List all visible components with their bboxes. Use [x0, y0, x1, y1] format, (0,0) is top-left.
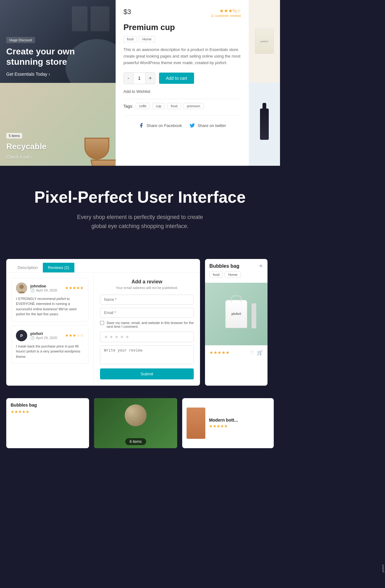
- hero-cta[interactable]: Get Essentials Today ›: [6, 72, 109, 77]
- bubbles-title: Bubbles bag: [209, 263, 239, 269]
- quantity-input[interactable]: [133, 73, 146, 84]
- pixel-perfect-title: Pixel-Perfect User Interface: [9, 188, 271, 206]
- bag-product-image: pixfort: [225, 300, 247, 328]
- product-price: $3: [123, 8, 131, 16]
- bottom-card-3-title: Modern bott...: [209, 418, 238, 423]
- pixel-perfect-subtitle: Every shop element is perfectly designed…: [9, 213, 271, 231]
- bottom-card-1-stars: ★★★★★: [11, 409, 85, 414]
- review-text-1: I STRONGLY recommend pixfort to EVERYONE…: [16, 296, 84, 317]
- checkbox-label: Save my name, email, and website in this…: [107, 321, 194, 328]
- tags-label: Tags:: [123, 104, 133, 109]
- divider-2: [123, 115, 241, 116]
- review-text-2: I made back the purchase price in just 4…: [16, 344, 84, 359]
- reviewer-date: 🕐 April 29, 2020: [30, 288, 57, 292]
- form-subtitle: Your email address will not be published…: [100, 286, 194, 290]
- reviews-card: Description Reviews (2): [6, 259, 200, 386]
- tag-home[interactable]: Home: [139, 36, 155, 42]
- avatar-johndoe: [16, 282, 27, 294]
- bubbles-product-image: pixfort: [205, 283, 268, 345]
- twitter-icon: [189, 123, 195, 128]
- review-stars-2: ★★★☆☆: [65, 333, 84, 338]
- tags-row: Tags: coffe cup food premium: [123, 103, 241, 109]
- hero-banner: Huge Discount Create your own stunning s…: [0, 0, 116, 83]
- qty-cart-row: - + Add to cart: [123, 72, 241, 84]
- bubbles-tag-food[interactable]: food: [209, 271, 223, 278]
- email-input[interactable]: [100, 308, 194, 318]
- rating-input[interactable]: ★ ★ ★ ★ ★: [100, 332, 194, 342]
- product-card: $3 ★★★½☆ (1 customer review) Premium cup…: [116, 0, 249, 166]
- items-badge: 5 items: [6, 133, 22, 139]
- save-checkbox[interactable]: [100, 321, 104, 325]
- review-stars-1: ★★★★★: [65, 286, 84, 290]
- discount-badge: Huge Discount: [6, 37, 35, 43]
- avatar-pixfort: P: [16, 330, 27, 341]
- bottom-card-1-title: Bubbles bag: [11, 403, 85, 408]
- share-facebook-button[interactable]: Share on Facebook: [138, 123, 182, 128]
- right-product-top[interactable]: pixfort: [249, 0, 280, 83]
- submit-button[interactable]: Submit: [100, 368, 194, 379]
- product-stars: ★★★½☆: [211, 8, 241, 14]
- footer-stars: ★★★★★: [209, 350, 230, 355]
- bottle-info: Modern bott... ★★★★★: [209, 418, 238, 428]
- qty-decrease-button[interactable]: -: [124, 73, 133, 84]
- bottom-card-3[interactable]: Modern bott... ★★★★★: [182, 398, 274, 448]
- review-item: johndoe 🕐 April 29, 2020 ★★★★★ I STRONGL…: [11, 278, 88, 322]
- bubbles-footer: ★★★★★ ♡ 🛒: [205, 345, 268, 360]
- bottom-section: Bubbles bag ★★★★★ 6 items Modern bott...…: [0, 392, 280, 454]
- tag-premium[interactable]: premium: [183, 103, 204, 109]
- bubbles-tags: food Home: [209, 271, 263, 278]
- share-twitter-label: Share on twitter: [198, 123, 226, 128]
- bottle-image: [187, 408, 205, 439]
- items-count: 6 items: [130, 439, 142, 444]
- facebook-icon: [138, 123, 144, 128]
- tab-reviews[interactable]: Reviews (2): [43, 263, 74, 272]
- share-twitter-button[interactable]: Share on twitter: [189, 123, 226, 128]
- bubbles-tag-home[interactable]: Home: [225, 271, 241, 278]
- tag-cup[interactable]: cup: [152, 103, 165, 109]
- share-row: Share on Facebook Share on twitter: [123, 119, 241, 128]
- add-review-form: Add a review Your email address will not…: [94, 273, 200, 386]
- product-category-tags: food Home: [123, 36, 241, 42]
- svg-point-1: [19, 285, 24, 289]
- product-description: This is an awesome description for a pro…: [123, 47, 241, 66]
- reviews-content: johndoe 🕐 April 29, 2020 ★★★★★ I STRONGL…: [6, 273, 200, 386]
- reviews-section: Description Reviews (2): [0, 253, 280, 392]
- recycable-title: Recycable: [6, 142, 109, 151]
- bottom-card-2[interactable]: 6 items: [94, 398, 177, 448]
- tag-food[interactable]: food: [123, 36, 137, 42]
- tab-description[interactable]: Description: [12, 263, 43, 272]
- share-facebook-label: Share on Facebook: [147, 123, 182, 128]
- add-to-cart-button[interactable]: Add to cart: [159, 73, 194, 84]
- existing-reviews: johndoe 🕐 April 29, 2020 ★★★★★ I STRONGL…: [6, 273, 94, 386]
- cart-icon[interactable]: 🛒: [257, 350, 263, 356]
- recycable-cta[interactable]: Check it out ›: [6, 155, 109, 160]
- save-checkbox-row: Save my name, email, and website in this…: [100, 321, 194, 328]
- reviewer-date-2: 🕐 April 29, 2020: [30, 336, 57, 340]
- wishlist-icon[interactable]: ♡: [250, 350, 254, 356]
- review-textarea[interactable]: [100, 345, 194, 364]
- qty-increase-button[interactable]: +: [146, 73, 155, 84]
- reviews-tabs: Description Reviews (2): [6, 259, 200, 273]
- tag-food-2[interactable]: food: [167, 103, 181, 109]
- right-product-bottom[interactable]: pixfort: [249, 83, 280, 166]
- reviewer-name-2: pixfort: [30, 331, 57, 336]
- name-input[interactable]: [100, 295, 194, 305]
- bottom-card-1[interactable]: Bubbles bag ★★★★★: [6, 398, 89, 448]
- reviewer-name: johndoe: [30, 284, 57, 288]
- bottom-card-3-stars: ★★★★★: [209, 424, 238, 428]
- wishlist-link[interactable]: Add to Wishlist: [123, 89, 241, 94]
- product-title: Premium cup: [123, 23, 241, 32]
- bottom-card-2-image: 6 items: [94, 398, 177, 448]
- form-title: Add a review: [100, 279, 194, 285]
- eye-icon[interactable]: 👁: [259, 264, 263, 269]
- recycable-banner: 5 items Recycable Check it out ›: [0, 83, 116, 166]
- review-count: (1 customer review): [211, 14, 241, 18]
- items-overlay: 6 items: [125, 438, 146, 445]
- tag-coffe[interactable]: coffe: [136, 103, 150, 109]
- bubbles-bag-card: Bubbles bag 👁 food Home pixfort ★★★★★ ♡ …: [205, 259, 268, 386]
- pixel-perfect-section: Pixel-Perfect User Interface Every shop …: [0, 166, 280, 253]
- divider: [123, 99, 241, 99]
- hero-title: Create your own stunning store: [6, 46, 109, 67]
- review-item-2: P pixfort 🕐 April 29, 2020: [11, 325, 88, 364]
- quantity-control: - +: [123, 72, 155, 84]
